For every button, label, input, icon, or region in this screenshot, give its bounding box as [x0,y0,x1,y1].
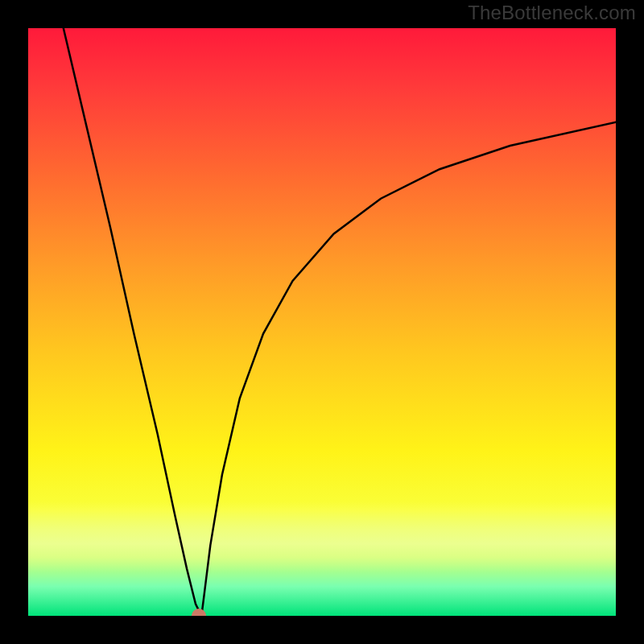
watermark-text: TheBottleneck.com [468,2,636,24]
heat-gradient [28,28,616,616]
chart-frame: TheBottleneck.com [0,0,644,644]
plot-area [28,28,616,616]
